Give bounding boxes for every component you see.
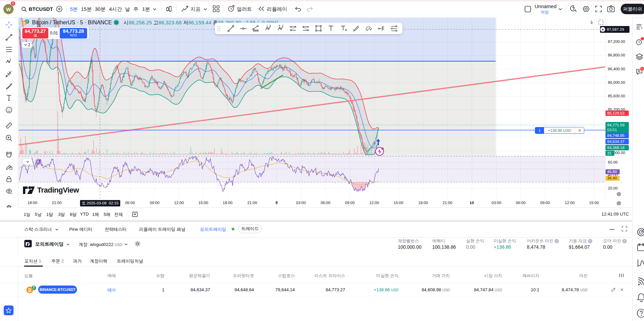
svg-text:C: C [282,25,284,27]
svg-text:A: A [279,25,280,27]
svg-text:5: 5 [10,58,11,60]
svg-text:1: 1 [266,25,268,27]
svg-text:₿: ₿ [23,22,25,25]
svg-text:T: T [33,286,35,290]
svg-text:₿: ₿ [28,288,32,293]
svg-text:5: 5 [269,25,271,27]
